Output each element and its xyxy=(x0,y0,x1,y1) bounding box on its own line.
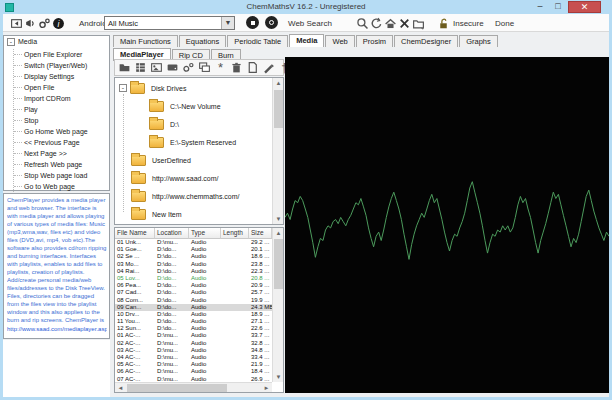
tree-item-go-to-web-page[interactable]: Go to Web page xyxy=(14,181,88,192)
table-row[interactable]: 01 AC-...D:\mu...Audio33.7 ... xyxy=(115,332,272,339)
pen-icon[interactable] xyxy=(262,61,275,75)
switch-view-icon[interactable] xyxy=(9,17,23,31)
table-row[interactable]: 03 AC-...D:\mu...Audio34.8 ... xyxy=(115,347,272,354)
table-row[interactable]: 01 Unk...D:\mu...Audio29.2 ... xyxy=(115,239,272,246)
visualizer-panel[interactable] xyxy=(285,57,609,393)
close-x-icon[interactable] xyxy=(397,17,411,31)
collapse-icon[interactable]: - xyxy=(7,38,15,46)
done-button[interactable]: Done xyxy=(495,19,514,28)
search-icon[interactable] xyxy=(355,17,369,31)
scroll-thumb[interactable] xyxy=(274,239,283,289)
image-icon[interactable] xyxy=(150,61,163,75)
table-row[interactable]: 07 Cad...D:\do...Audio25.7 ... xyxy=(115,289,272,296)
copy-folder-icon[interactable] xyxy=(198,61,211,75)
tree-item-go-home-web-page[interactable]: Go Home Web page xyxy=(14,126,88,137)
tab-media[interactable]: Media xyxy=(289,34,324,47)
column-header-length[interactable]: Length xyxy=(221,228,249,239)
scroll-down-icon[interactable]: ▼ xyxy=(273,372,284,382)
disk-tree-scrollbar[interactable]: ▲ ▼ xyxy=(272,78,283,224)
scroll-left-icon[interactable]: ◄ xyxy=(115,383,126,393)
info-icon[interactable]: i xyxy=(51,17,65,31)
tree-item-display-settings[interactable]: Display Settings xyxy=(14,71,88,82)
table-row[interactable]: 12 Sun...D:\do...Audio22.6 ... xyxy=(115,325,272,332)
chevron-down-icon[interactable]: ▼ xyxy=(221,17,234,29)
record-button[interactable] xyxy=(265,16,278,29)
tree-item-open-file-explorer[interactable]: Open File Explorer xyxy=(14,49,88,60)
scroll-right-icon[interactable]: ► xyxy=(261,383,272,393)
table-row[interactable]: 06 AC-...D:\mu...Audio18.4 ... xyxy=(115,368,272,375)
table-row[interactable]: 04 AC-...D:\mu...Audio33.4 ... xyxy=(115,354,272,361)
column-header-location[interactable]: Location xyxy=(155,228,189,239)
link-gears-icon[interactable] xyxy=(182,61,195,75)
tree-item--previous-page[interactable]: << Previous Page xyxy=(14,137,88,148)
column-header-size[interactable]: Size xyxy=(249,228,272,239)
table-row[interactable]: 10 Drv...D:\do...Audio18.9 ... xyxy=(115,311,272,318)
trash-icon[interactable] xyxy=(230,61,243,75)
megaphone-icon[interactable] xyxy=(23,17,37,31)
drive-icon[interactable] xyxy=(166,61,179,75)
table-row[interactable]: 01 Goe...D:\do...Audio20.1 ... xyxy=(115,246,272,253)
tree-item-stop-web-page-load[interactable]: Stop Web page load xyxy=(14,170,88,181)
table-row[interactable]: 02 AC-...D:\mu...Audio32.8 ... xyxy=(115,340,272,347)
settings-gears-icon[interactable] xyxy=(37,17,51,31)
table-row[interactable]: 02 Se ...D:\do...Audio18.6 ... xyxy=(115,253,272,260)
refresh-icon[interactable] xyxy=(369,17,383,31)
collapse-icon[interactable]: - xyxy=(119,84,127,92)
tree-item-import-cdrom[interactable]: Import CDRom xyxy=(14,93,88,104)
disk-tree-item[interactable]: C:\-New Volume xyxy=(149,98,221,114)
table-row[interactable]: 09 Can...D:\do...Audio24.3 MB xyxy=(115,304,272,311)
client-area: Main FunctionsEquationsPeriodic TableMed… xyxy=(3,32,609,397)
open-folder-icon[interactable] xyxy=(118,61,131,75)
music-source-combobox[interactable]: All Music ▼ xyxy=(104,16,235,30)
disk-tree-item[interactable]: http://www.chemmaths.com/ xyxy=(131,188,240,204)
table-row[interactable]: 05 Lov...D:\do...Audio20.8 ... xyxy=(115,275,272,282)
tab-graphs[interactable]: Graphs xyxy=(459,35,498,47)
tab-web[interactable]: Web xyxy=(325,35,354,47)
table-row[interactable]: 11 You...D:\do...Audio27.1 ... xyxy=(115,318,272,325)
web-search-button[interactable]: Web Search xyxy=(288,19,332,28)
disk-tree-item[interactable]: http://www.saad.com/ xyxy=(131,170,219,186)
tree-item-next-page-[interactable]: Next Page >> xyxy=(14,148,88,159)
column-header-type[interactable]: Type xyxy=(189,228,221,239)
table-row[interactable]: 04 Rai...D:\do...Audio22.3 ... xyxy=(115,268,272,275)
document-icon[interactable] xyxy=(246,61,259,75)
folder-new-icon[interactable] xyxy=(411,17,425,31)
tab-chemdesigner[interactable]: ChemDesigner xyxy=(394,35,458,47)
tab-periodic-table[interactable]: Periodic Table xyxy=(227,35,288,47)
tab-equations[interactable]: Equations xyxy=(179,35,226,47)
scroll-up-icon[interactable]: ▲ xyxy=(273,228,284,238)
tree-item-refresh-web-page[interactable]: Refresh Web page xyxy=(14,159,88,170)
scroll-thumb[interactable] xyxy=(274,90,283,128)
file-table-vscrollbar[interactable]: ▲ ▼ xyxy=(272,228,283,382)
disk-tree-item[interactable]: New Item xyxy=(131,206,182,222)
titlebar[interactable]: ChemMathsV 16.2 - Unregistered – □ ✕ xyxy=(0,0,612,14)
tab-main-functions[interactable]: Main Functions xyxy=(113,35,178,47)
close-button[interactable]: ✕ xyxy=(568,1,601,13)
disk-tree-item[interactable]: UserDefined xyxy=(131,152,191,168)
home-icon[interactable] xyxy=(383,17,397,31)
grid-icon[interactable] xyxy=(134,61,147,75)
column-header-file-name[interactable]: File Name xyxy=(115,228,155,239)
stop-button[interactable] xyxy=(246,16,259,29)
table-row[interactable]: 08 Com...D:\do...Audio19.9 ... xyxy=(115,297,272,304)
table-row[interactable]: 05 AC-...D:\mu...Audio21.9 ... xyxy=(115,361,272,368)
help-link[interactable]: http://www.saad.com/mediaplayer.aspx xyxy=(7,326,107,332)
table-row[interactable]: 06 Pea...D:\do...Audio20.9 ... xyxy=(115,282,272,289)
tree-item-stop[interactable]: Stop xyxy=(14,115,88,126)
minimize-button[interactable]: – xyxy=(532,1,548,13)
disk-tree-item[interactable]: -Disk Drives xyxy=(119,80,186,96)
file-table-hscrollbar[interactable]: ◄ ► xyxy=(115,382,272,392)
asterisk-icon[interactable]: * xyxy=(214,61,227,75)
maximize-button[interactable]: □ xyxy=(550,1,566,13)
disk-tree-item[interactable]: E:\-System Reserved xyxy=(149,134,236,150)
tree-item-switch-player-web-[interactable]: Switch (Player/Web) xyxy=(14,60,88,71)
scroll-thumb[interactable] xyxy=(127,384,227,392)
tree-item-play[interactable]: Play xyxy=(14,104,88,115)
scroll-down-icon[interactable]: ▼ xyxy=(273,214,284,224)
disk-tree-item[interactable]: D:\ xyxy=(149,116,179,132)
table-row[interactable]: 03 Mo...D:\do...Audio23.8 ... xyxy=(115,261,272,268)
tree-item-open-file[interactable]: Open File xyxy=(14,82,88,93)
scroll-up-icon[interactable]: ▲ xyxy=(273,78,284,88)
tab-prosim[interactable]: Prosim xyxy=(356,35,393,47)
command-tree-root[interactable]: -Media xyxy=(7,38,37,46)
